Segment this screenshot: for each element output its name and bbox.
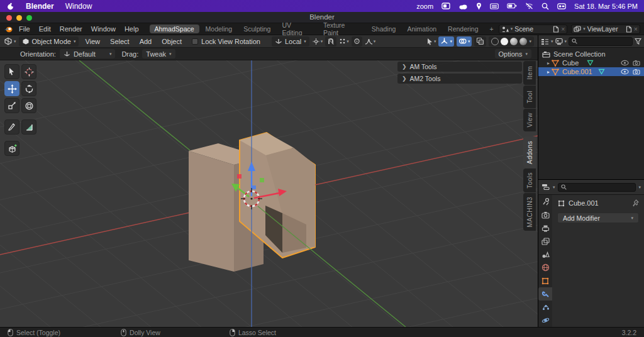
- workspace-tab-shading[interactable]: Shading: [367, 25, 401, 33]
- options-dropdown[interactable]: Options ▾: [495, 49, 531, 58]
- measure-tool-button[interactable]: [21, 119, 36, 135]
- tab-output[interactable]: [538, 221, 552, 235]
- outliner-filter-mode-icon[interactable]: [555, 38, 563, 45]
- npanel-tab-tools[interactable]: Tools: [523, 168, 536, 192]
- object-name[interactable]: Cube: [562, 59, 579, 67]
- tab-object[interactable]: [538, 274, 552, 287]
- macos-app-menu[interactable]: Blender: [26, 2, 54, 11]
- spotlight-search-icon[interactable]: [541, 3, 549, 10]
- tab-scene[interactable]: [538, 248, 552, 261]
- remove-viewlayer-icon[interactable]: ×: [634, 25, 638, 33]
- pivot-point-dropdown[interactable]: ▾: [312, 38, 323, 45]
- scene-selector[interactable]: ▾ Scene ×: [499, 25, 568, 34]
- workspace-tab-rendering[interactable]: Rendering: [443, 25, 483, 33]
- outliner-row-cube[interactable]: ▸ Cube: [538, 58, 644, 67]
- menu-edit[interactable]: Edit: [35, 25, 55, 33]
- properties-search[interactable]: [558, 183, 636, 192]
- workspace-tab-sculpting[interactable]: Sculpting: [238, 25, 275, 33]
- menu-file[interactable]: File: [14, 25, 35, 33]
- show-gizmo-toggle[interactable]: ▾: [438, 36, 454, 47]
- snap-toggle[interactable]: [325, 36, 336, 47]
- disable-render-camera-icon[interactable]: [633, 60, 640, 66]
- hide-eye-icon[interactable]: [621, 60, 629, 66]
- am-tools-panel-header[interactable]: ❯ AM Tools: [397, 62, 522, 72]
- new-viewlayer-icon[interactable]: [626, 26, 632, 33]
- hide-eye-icon[interactable]: [621, 69, 629, 75]
- pin-icon[interactable]: [632, 199, 639, 207]
- selectability-filter-dropdown[interactable]: ▾: [426, 38, 436, 45]
- tab-modifiers[interactable]: [538, 287, 552, 301]
- xray-toggle[interactable]: [474, 36, 486, 47]
- menu-select[interactable]: Select: [106, 38, 133, 45]
- gizmo-plane-y[interactable]: [260, 178, 264, 182]
- gizmo-plane-x[interactable]: [237, 174, 242, 179]
- battery-icon[interactable]: [507, 3, 517, 9]
- shading-rendered-button[interactable]: [519, 38, 527, 45]
- npanel-tab-view[interactable]: View: [523, 109, 536, 131]
- show-overlays-toggle[interactable]: ▾: [457, 36, 472, 47]
- npanel-tab-item[interactable]: Item: [523, 61, 536, 85]
- location-icon[interactable]: [476, 3, 482, 10]
- proportional-editing-toggle[interactable]: [352, 36, 362, 47]
- scene-collection-row[interactable]: Scene Collection: [538, 50, 644, 58]
- shading-wireframe-button[interactable]: [491, 38, 499, 45]
- menu-add[interactable]: Add: [136, 38, 156, 45]
- editor-type-selector[interactable]: ▾: [4, 37, 16, 45]
- menu-bar-clock[interactable]: Sat 18. Mar 5:46 PM: [574, 3, 638, 10]
- control-center-icon[interactable]: [557, 3, 566, 9]
- new-scene-icon[interactable]: [553, 26, 559, 33]
- outliner-search[interactable]: [569, 37, 633, 46]
- npanel-tab-machin3[interactable]: MACHIN3: [523, 193, 536, 231]
- menu-view[interactable]: View: [81, 38, 104, 45]
- properties-editor-icon[interactable]: [541, 183, 550, 191]
- 3d-viewport[interactable]: ❯ AM Tools ❯ AM2 Tools Item Tool View Ad…: [0, 60, 538, 327]
- add-workspace-button[interactable]: +: [485, 25, 499, 33]
- mode-dropdown[interactable]: Object Mode ▾: [19, 36, 79, 47]
- viewlayer-selector[interactable]: ▾ ViewLayer ×: [571, 25, 640, 34]
- apple-logo-icon[interactable]: [6, 2, 14, 11]
- keyboard-icon[interactable]: [490, 3, 499, 9]
- workspace-tab-modeling[interactable]: Modeling: [201, 25, 238, 33]
- shading-material-button[interactable]: [510, 38, 518, 45]
- unlink-scene-icon[interactable]: ×: [561, 25, 565, 33]
- viewport-canvas[interactable]: [0, 60, 538, 327]
- scene-collection-label[interactable]: Scene Collection: [553, 50, 606, 58]
- gizmo-plane-z[interactable]: [252, 185, 256, 189]
- menu-render[interactable]: Render: [55, 25, 87, 33]
- rotate-tool-button[interactable]: [21, 81, 36, 96]
- menu-help[interactable]: Help: [120, 25, 143, 33]
- lock-view-rotation-checkbox[interactable]: [192, 38, 198, 45]
- viewlayer-name[interactable]: ViewLayer: [587, 25, 624, 33]
- proportional-falloff-dropdown[interactable]: ▾: [365, 38, 376, 45]
- orientation-default-dropdown[interactable]: Default ▾: [60, 49, 116, 58]
- filter-funnel-icon[interactable]: [635, 38, 641, 45]
- tab-tool[interactable]: [538, 195, 552, 208]
- tab-physics[interactable]: [538, 314, 552, 327]
- tab-render[interactable]: [538, 208, 552, 221]
- expand-arrow-icon[interactable]: ▸: [547, 60, 550, 66]
- display-mode-icon[interactable]: [541, 38, 549, 45]
- menu-object[interactable]: Object: [158, 38, 186, 45]
- transform-orientation-dropdown[interactable]: Local ▾: [272, 36, 309, 47]
- scale-tool-button[interactable]: [4, 98, 19, 113]
- add-cube-tool-button[interactable]: [4, 141, 19, 156]
- workspace-tab-ahmadspace[interactable]: AhmadSpace: [150, 25, 199, 33]
- select-tweak-tool-button[interactable]: [4, 64, 19, 79]
- outliner-search-input[interactable]: [579, 38, 630, 45]
- npanel-tab-addons[interactable]: Addons: [523, 136, 536, 168]
- properties-search-input[interactable]: [569, 184, 633, 191]
- expand-arrow-icon[interactable]: ▸: [547, 69, 550, 75]
- tab-view-layer[interactable]: [538, 235, 552, 248]
- blender-logo-icon[interactable]: [4, 25, 13, 33]
- scene-name[interactable]: Scene: [514, 25, 551, 33]
- transform-tool-button[interactable]: [21, 98, 36, 113]
- outliner-row-cube-001[interactable]: ▸ Cube.001: [538, 67, 644, 76]
- display-icon[interactable]: [441, 3, 450, 9]
- am2-tools-panel-header[interactable]: ❯ AM2 Tools: [397, 74, 522, 84]
- zoom-menu-item[interactable]: zoom: [416, 3, 433, 10]
- drag-dropdown[interactable]: Tweak ▾: [142, 49, 175, 58]
- wifi-off-icon[interactable]: [525, 3, 533, 9]
- tab-particles[interactable]: [538, 301, 552, 314]
- workspace-tab-animation[interactable]: Animation: [402, 25, 441, 33]
- add-modifier-dropdown[interactable]: Add Modifier ▾: [557, 213, 639, 223]
